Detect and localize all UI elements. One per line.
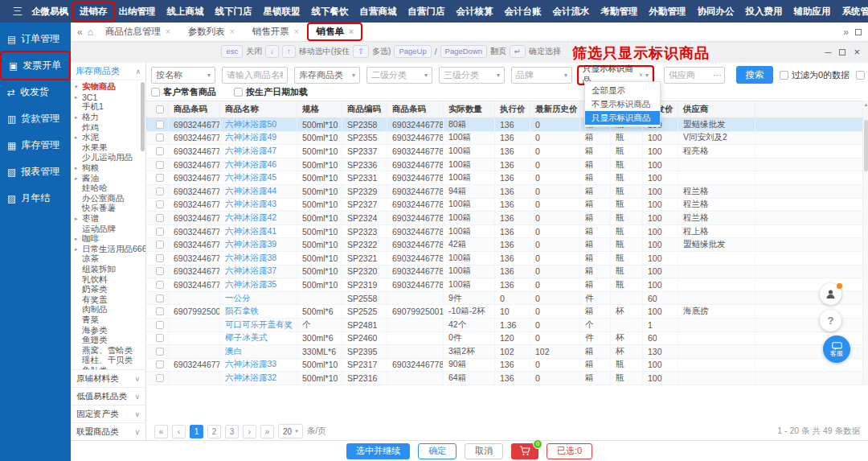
row-checkbox[interactable] bbox=[146, 292, 169, 305]
prev-page-button[interactable]: ‹ bbox=[172, 425, 186, 438]
product-name-link[interactable]: 椰子冰美式 bbox=[220, 332, 297, 345]
sidebar-item[interactable]: ▧报表管理 bbox=[0, 158, 71, 185]
nav-item[interactable]: 系统管理 bbox=[837, 3, 868, 20]
column-header[interactable]: 商品条码 bbox=[387, 101, 444, 117]
table-row[interactable]: 6903244677837六神沐浴露37500ml*10SP2320690324… bbox=[146, 265, 868, 279]
nav-item[interactable]: 进销存 bbox=[74, 3, 113, 20]
tree-item[interactable]: 鱼肚类 bbox=[71, 366, 145, 369]
column-header[interactable]: 商品编码 bbox=[342, 101, 387, 117]
sidebar-item[interactable]: ▥货款管理 bbox=[0, 105, 71, 132]
tree-collapsed-icon[interactable]: ▸ bbox=[75, 114, 82, 121]
tree-item[interactable]: 快乐番薯 bbox=[71, 204, 145, 214]
collapse-tabs-icon[interactable]: « bbox=[77, 27, 83, 38]
table-row[interactable]: 6903244677846六神沐浴露46500ml*10SP2336690324… bbox=[146, 158, 868, 172]
page-button[interactable]: 1 bbox=[190, 425, 203, 438]
row-checkbox[interactable] bbox=[146, 225, 169, 238]
row-checkbox[interactable] bbox=[146, 359, 169, 372]
home-icon[interactable]: ⌂ bbox=[88, 27, 93, 38]
tree-item[interactable]: ▸水泥 bbox=[71, 133, 145, 143]
row-checkbox[interactable] bbox=[146, 372, 169, 385]
row-checkbox[interactable] bbox=[146, 212, 169, 224]
regular-products-checkbox[interactable]: 客户常售商品 bbox=[151, 86, 216, 98]
table-row[interactable]: 6903244677839六神沐浴露39500ml*10SP2322690324… bbox=[146, 238, 868, 252]
tree-collapsed-icon[interactable]: ▸ bbox=[75, 165, 82, 171]
row-checkbox[interactable] bbox=[146, 158, 169, 171]
brand-select[interactable]: 品牌▾ bbox=[511, 67, 572, 84]
search-mode-select[interactable]: 按名称▾ bbox=[151, 67, 215, 84]
tree-collapsed-icon[interactable]: ▸ bbox=[75, 134, 82, 141]
nav-item[interactable]: 出纳管理 bbox=[113, 3, 162, 20]
tree-item[interactable]: 凉茶 bbox=[71, 254, 145, 265]
product-name-link[interactable]: 六神沐浴露38 bbox=[220, 252, 297, 265]
nav-item[interactable]: 线上商城 bbox=[162, 3, 210, 20]
scroll-up-icon[interactable]: ▲ bbox=[863, 102, 868, 107]
sidebar-item[interactable]: ▨月年结 bbox=[0, 185, 71, 212]
tree-item[interactable]: 办公室商品 bbox=[71, 194, 145, 204]
product-name-link[interactable]: 六神沐浴露49 bbox=[220, 132, 297, 145]
table-scrollbar[interactable]: ▲ bbox=[862, 101, 868, 385]
tab[interactable]: 商品信息管理× bbox=[98, 24, 178, 39]
product-name-link[interactable]: 澳白 bbox=[220, 345, 297, 358]
table-row[interactable]: 可口可乐开盖有奖个SP248142个1.360个1 bbox=[146, 319, 868, 332]
nav-item[interactable]: 会计核算 bbox=[451, 3, 499, 20]
tree-collapsed-icon[interactable]: ▸ bbox=[75, 216, 82, 222]
cancel-button[interactable]: 取消 bbox=[465, 443, 503, 459]
table-row[interactable]: 6903244677835六神沐浴露35500ml*10SP2319690324… bbox=[146, 278, 868, 292]
column-header[interactable]: 商品名称 bbox=[220, 101, 297, 117]
tree-item[interactable]: 有奖盖 bbox=[71, 294, 145, 305]
tree-item[interactable]: 青菜 bbox=[71, 315, 145, 326]
production-date-checkbox[interactable]: 按生产日期加载 bbox=[234, 86, 308, 98]
tab[interactable]: 销售单× bbox=[309, 24, 360, 39]
sidebar-item[interactable]: ▣发票开单 bbox=[2, 52, 69, 79]
nav-item[interactable]: 线下门店 bbox=[210, 3, 258, 20]
tree-scrollbar[interactable] bbox=[141, 82, 145, 151]
ellipsis-icon[interactable]: ⋯ bbox=[713, 70, 722, 80]
close-tab-icon[interactable]: × bbox=[230, 27, 235, 36]
column-header[interactable]: 供应商 bbox=[678, 101, 755, 117]
table-row[interactable]: 6903244677847六神沐浴露47500ml*10SP2337690324… bbox=[146, 145, 868, 158]
category-select[interactable]: 库存商品类▾ bbox=[294, 67, 360, 84]
table-row[interactable]: 6903244677843六神沐浴露43500ml*10SP2327690324… bbox=[146, 199, 868, 212]
tree-section[interactable]: 原辅材料类∨ bbox=[71, 369, 145, 387]
table-row[interactable]: 6903244677844六神沐浴露44500ml*10SP2329690324… bbox=[146, 185, 868, 199]
dropdown-option[interactable]: 不显示标识商品 bbox=[585, 97, 660, 111]
select-and-continue-button[interactable]: 选中并继续 bbox=[346, 443, 410, 459]
nav-item[interactable]: 自营商城 bbox=[354, 3, 403, 20]
column-header[interactable]: 执行价 bbox=[495, 101, 530, 117]
selected-count-button[interactable]: 已选:0 bbox=[547, 443, 592, 459]
tree-item[interactable]: 手机1 bbox=[71, 102, 145, 113]
tree-collapsed-icon[interactable]: ▸ bbox=[75, 236, 82, 242]
last-page-button[interactable]: » bbox=[260, 425, 274, 438]
tree-item[interactable]: 运动品牌 bbox=[71, 224, 145, 234]
column-header[interactable]: 商品条码 bbox=[169, 101, 220, 117]
product-name-link[interactable]: 六神沐浴露44 bbox=[220, 185, 297, 198]
tree-item[interactable]: ▸枣谱 bbox=[71, 214, 145, 224]
tree-collapsed-icon[interactable]: ▸ bbox=[75, 175, 82, 182]
close-tab-icon[interactable]: × bbox=[349, 27, 354, 36]
expand-icon[interactable] bbox=[855, 29, 862, 35]
cart-button[interactable]: 0 bbox=[511, 443, 538, 459]
tree-expanded-icon[interactable]: ▾ bbox=[75, 84, 82, 90]
tree-item[interactable]: ▾实物商品 bbox=[71, 82, 145, 93]
nav-item[interactable]: 线下餐饮 bbox=[306, 3, 354, 20]
row-checkbox[interactable] bbox=[146, 185, 169, 198]
product-name-link[interactable]: 六神沐浴露50 bbox=[220, 118, 297, 131]
close-tab-icon[interactable]: × bbox=[294, 27, 299, 36]
sidebar-item[interactable]: ▦库存管理 bbox=[0, 132, 71, 158]
level2-select[interactable]: 二级分类▾ bbox=[366, 67, 432, 84]
scrollbar-thumb[interactable] bbox=[864, 120, 868, 171]
page-button[interactable]: 3 bbox=[225, 425, 239, 438]
maximize-icon[interactable] bbox=[839, 49, 845, 56]
column-header[interactable]: 规格 bbox=[297, 101, 342, 117]
table-row[interactable]: 6907992500133陨石拿铁500ml*6SP25256907992500… bbox=[146, 305, 868, 319]
page-size-select[interactable]: 20 ▾ bbox=[278, 424, 303, 438]
tree-item[interactable]: ▸日常生活用品666 bbox=[71, 245, 145, 255]
row-checkbox[interactable] bbox=[146, 265, 169, 278]
row-checkbox[interactable] bbox=[146, 305, 169, 318]
product-name-link[interactable]: 六神沐浴露37 bbox=[220, 265, 297, 278]
table-row[interactable]: 椰子冰美式300ml*6SP24600件1200件杯60 bbox=[146, 332, 868, 346]
row-checkbox[interactable] bbox=[146, 118, 169, 131]
nav-item[interactable]: 考勤管理 bbox=[596, 3, 644, 20]
tree-section[interactable]: 联盟商品类∨ bbox=[71, 422, 145, 440]
customer-service-avatar[interactable] bbox=[820, 283, 841, 305]
